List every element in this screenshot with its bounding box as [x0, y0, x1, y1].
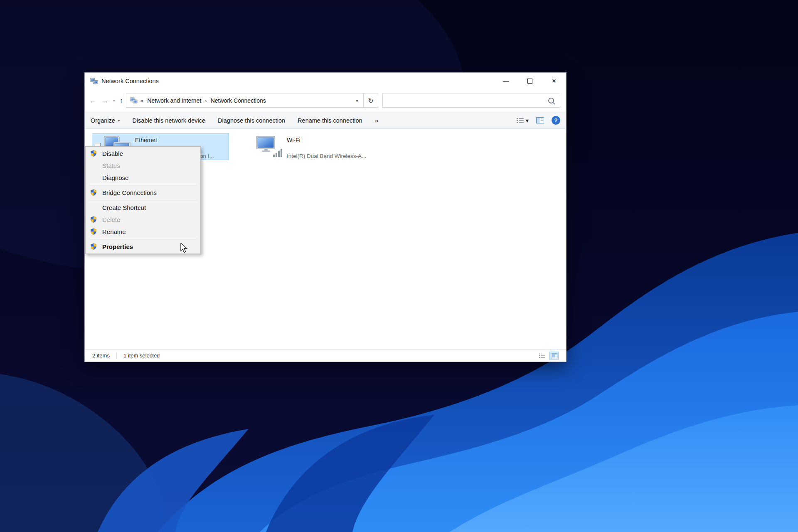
- context-menu: Disable Status Diagnose Bridge Connectio…: [85, 146, 201, 254]
- maximize-icon: [527, 79, 532, 84]
- menu-item-label: Properties: [102, 243, 133, 250]
- refresh-icon: ↻: [368, 97, 373, 105]
- disable-device-command[interactable]: Disable this network device: [132, 117, 205, 124]
- diagnose-connection-label: Diagnose this connection: [218, 117, 285, 124]
- minimize-button[interactable]: —: [494, 73, 518, 89]
- rename-connection-label: Rename this connection: [298, 117, 362, 124]
- menu-item-status[interactable]: Status: [86, 160, 200, 172]
- thumbnail-view-toggle[interactable]: [549, 352, 559, 360]
- menu-item-label: Rename: [102, 228, 126, 235]
- preview-pane-icon[interactable]: [536, 117, 544, 123]
- disable-device-label: Disable this network device: [132, 117, 205, 124]
- breadcrumb-network-and-internet[interactable]: Network and Internet: [147, 97, 201, 104]
- menu-item-delete[interactable]: Delete: [86, 214, 200, 226]
- navigation-bar: ← → ▾ ↑ « Network and Internet › Network…: [85, 89, 566, 112]
- selected-count: 1 item selected: [123, 352, 160, 359]
- address-bar[interactable]: « Network and Internet › Network Connect…: [126, 94, 378, 108]
- rename-connection-command[interactable]: Rename this connection: [298, 117, 362, 124]
- uac-shield-icon: [90, 243, 97, 250]
- search-icon[interactable]: [548, 98, 554, 103]
- menu-item-label: Disable: [102, 150, 123, 157]
- mouse-cursor-icon: [180, 243, 190, 255]
- uac-shield-icon: [90, 228, 97, 235]
- breadcrumb-network-connections[interactable]: Network Connections: [211, 97, 266, 104]
- menu-item-label: Bridge Connections: [102, 189, 157, 196]
- uac-shield-icon: [90, 189, 97, 196]
- address-dropdown-icon[interactable]: ▾: [351, 99, 363, 103]
- organize-label: Organize: [91, 117, 115, 124]
- details-view-icon: [517, 118, 524, 123]
- back-icon[interactable]: ←: [89, 96, 96, 105]
- menu-separator: [89, 239, 197, 239]
- close-icon: ×: [552, 77, 556, 85]
- connection-status: [287, 144, 366, 152]
- more-commands-button[interactable]: »: [375, 117, 378, 124]
- statusbar-divider: [116, 352, 117, 359]
- thumbnail-view-icon: [551, 353, 557, 358]
- menu-item-create-shortcut[interactable]: Create Shortcut: [86, 202, 200, 214]
- uac-shield-icon: [90, 216, 97, 223]
- menu-item-label: Diagnose: [102, 174, 128, 181]
- menu-item-bridge-connections[interactable]: Bridge Connections: [86, 187, 200, 199]
- organize-button[interactable]: Organize ▾: [91, 117, 120, 124]
- minimize-icon: —: [503, 78, 509, 84]
- menu-separator: [89, 200, 197, 200]
- maximize-button[interactable]: [518, 73, 542, 89]
- close-button[interactable]: ×: [542, 73, 566, 89]
- breadcrumb-prefix: «: [140, 97, 144, 104]
- connection-device: Intel(R) Dual Band Wireless-A...: [287, 152, 366, 160]
- organize-dropdown-icon: ▾: [118, 118, 120, 123]
- list-view-icon: [539, 353, 545, 358]
- search-box[interactable]: [382, 94, 560, 108]
- network-connections-app-icon: [90, 78, 98, 85]
- address-location-icon: [130, 97, 138, 104]
- more-commands-icon: »: [375, 117, 378, 124]
- search-input[interactable]: [383, 98, 548, 104]
- menu-item-diagnose[interactable]: Diagnose: [86, 172, 200, 184]
- uac-shield-icon: [90, 150, 97, 157]
- menu-item-label: Delete: [102, 216, 120, 223]
- menu-item-rename[interactable]: Rename: [86, 226, 200, 238]
- menu-separator: [89, 185, 197, 185]
- help-button[interactable]: ?: [552, 116, 560, 125]
- connection-name: Ethernet: [135, 136, 214, 144]
- change-view-button[interactable]: ▾: [517, 117, 529, 124]
- details-view-toggle[interactable]: [537, 352, 547, 360]
- forward-icon[interactable]: →: [101, 96, 108, 105]
- wifi-connection-icon: [256, 136, 282, 158]
- refresh-button[interactable]: ↻: [363, 94, 378, 107]
- up-icon[interactable]: ↑: [120, 96, 123, 105]
- help-icon: ?: [554, 117, 558, 123]
- menu-item-disable[interactable]: Disable: [86, 148, 200, 160]
- menu-item-label: Create Shortcut: [102, 204, 146, 211]
- titlebar: Network Connections — ×: [85, 73, 566, 89]
- status-bar: 2 items 1 item selected: [85, 349, 566, 362]
- diagnose-connection-command[interactable]: Diagnose this connection: [218, 117, 285, 124]
- items-count: 2 items: [92, 352, 110, 359]
- history-dropdown-icon[interactable]: ▾: [113, 99, 115, 103]
- connection-name: Wi-Fi: [287, 136, 366, 144]
- connection-item-wifi[interactable]: Wi-Fi Intel(R) Dual Band Wireless-A...: [244, 133, 381, 160]
- window-title: Network Connections: [101, 78, 159, 84]
- menu-item-label: Status: [102, 162, 120, 169]
- view-dropdown-icon: ▾: [526, 117, 529, 124]
- breadcrumb-separator-icon: ›: [205, 98, 207, 104]
- command-bar: Organize ▾ Disable this network device D…: [85, 112, 566, 129]
